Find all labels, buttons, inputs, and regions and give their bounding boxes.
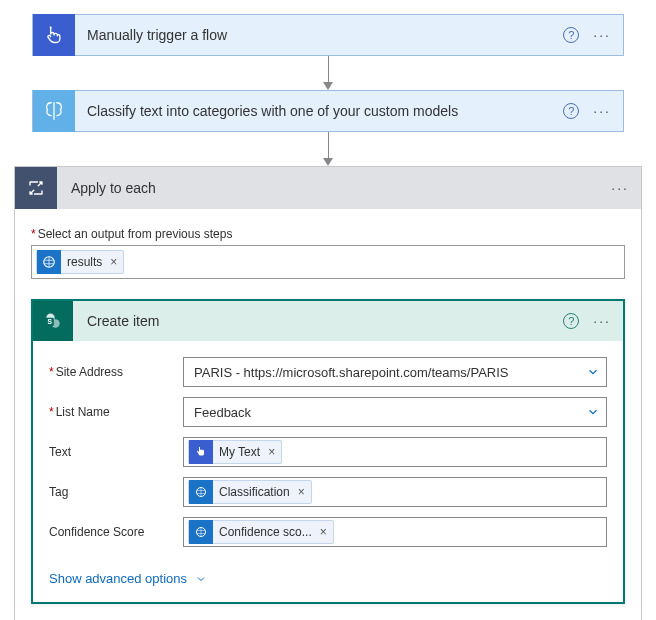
token-confidence-score[interactable]: Confidence sco... × <box>188 520 334 544</box>
menu-icon[interactable]: ··· <box>609 180 631 196</box>
token-label: Confidence sco... <box>213 525 320 539</box>
token-results[interactable]: results × <box>36 250 124 274</box>
help-icon[interactable]: ? <box>563 103 579 119</box>
help-icon[interactable]: ? <box>563 313 579 329</box>
ai-icon <box>189 480 213 504</box>
card-title: Apply to each <box>57 180 609 196</box>
token-label: results <box>61 255 110 269</box>
card-actions: ? ··· <box>563 103 623 119</box>
card-title: Classify text into categories with one o… <box>75 103 563 119</box>
sharepoint-icon: S <box>33 301 73 341</box>
card-title: Create item <box>73 313 563 329</box>
create-item-header[interactable]: S Create item ? ··· <box>33 301 623 341</box>
card-actions: ··· <box>609 180 641 196</box>
chevron-down-icon <box>586 365 600 379</box>
loop-icon <box>15 167 57 209</box>
card-classify-text[interactable]: Classify text into categories with one o… <box>32 90 624 132</box>
site-address-value: PARIS - https://microsoft.sharepoint.com… <box>194 365 586 380</box>
menu-icon[interactable]: ··· <box>591 103 613 119</box>
chevron-down-icon <box>586 405 600 419</box>
output-label: *Select an output from previous steps <box>31 227 625 241</box>
tag-field[interactable]: Classification × <box>183 477 607 507</box>
card-create-item: S Create item ? ··· *Site Address <box>31 299 625 604</box>
connector-arrow <box>14 56 642 90</box>
list-name-value: Feedback <box>194 405 586 420</box>
label-confidence-score: Confidence Score <box>49 525 183 539</box>
card-actions: ? ··· <box>563 313 623 329</box>
close-icon[interactable]: × <box>268 445 281 459</box>
show-advanced-options-link[interactable]: Show advanced options <box>49 571 207 586</box>
menu-icon[interactable]: ··· <box>591 27 613 43</box>
pointer-icon <box>33 14 75 56</box>
label-list-name: *List Name <box>49 405 183 419</box>
label-tag: Tag <box>49 485 183 499</box>
ai-icon <box>189 520 213 544</box>
connector-arrow <box>14 132 642 166</box>
close-icon[interactable]: × <box>110 255 123 269</box>
svg-point-0 <box>50 27 52 29</box>
text-field[interactable]: My Text × <box>183 437 607 467</box>
token-classification[interactable]: Classification × <box>188 480 312 504</box>
label-text: Text <box>49 445 183 459</box>
menu-icon[interactable]: ··· <box>591 313 613 329</box>
chevron-down-icon <box>195 573 207 585</box>
site-address-select[interactable]: PARIS - https://microsoft.sharepoint.com… <box>183 357 607 387</box>
card-manual-trigger[interactable]: Manually trigger a flow ? ··· <box>32 14 624 56</box>
apply-to-each-header[interactable]: Apply to each ··· <box>15 167 641 209</box>
token-label: My Text <box>213 445 268 459</box>
svg-text:S: S <box>47 318 52 325</box>
token-label: Classification <box>213 485 298 499</box>
token-my-text[interactable]: My Text × <box>188 440 282 464</box>
card-actions: ? ··· <box>563 27 623 43</box>
output-from-previous-steps-field[interactable]: results × <box>31 245 625 279</box>
confidence-score-field[interactable]: Confidence sco... × <box>183 517 607 547</box>
label-site-address: *Site Address <box>49 365 183 379</box>
card-title: Manually trigger a flow <box>75 27 563 43</box>
card-apply-to-each: Apply to each ··· *Select an output from… <box>14 166 642 620</box>
list-name-select[interactable]: Feedback <box>183 397 607 427</box>
pointer-icon <box>189 440 213 464</box>
brain-icon <box>33 90 75 132</box>
help-icon[interactable]: ? <box>563 27 579 43</box>
close-icon[interactable]: × <box>298 485 311 499</box>
close-icon[interactable]: × <box>320 525 333 539</box>
ai-icon <box>37 250 61 274</box>
